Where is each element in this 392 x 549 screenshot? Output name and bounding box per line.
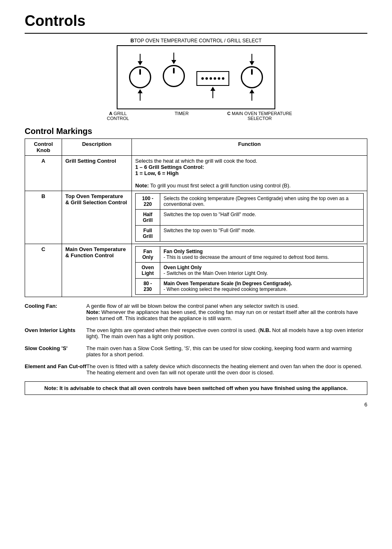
desc-b: Top Oven Temperature & Grill Selection C…	[62, 191, 132, 244]
diagram-top-label: TOP OVEN TEMPERATURE CONTROL / GRILL SEL…	[134, 38, 261, 44]
page-number: 6	[25, 401, 367, 408]
col-header-knob: Control Knob	[25, 139, 62, 156]
diagram-b-bold: B	[131, 38, 134, 44]
controls-diagram: BTOP OVEN TEMPERATURE CONTROL / GRILL SE…	[25, 38, 367, 121]
extra-slow-cooking: Slow Cooking 'S' The main oven has a Slo…	[25, 345, 367, 358]
page-title: Controls	[25, 12, 367, 34]
func-c: Fan Only Fan Only Setting- This is used …	[132, 244, 367, 297]
desc-c: Main Oven Temperature & Function Control	[62, 244, 132, 297]
sub-row-b1: 100 - 220 Selects the cooking temperatur…	[136, 194, 364, 210]
label-a: A GRILL CONTROL	[99, 111, 136, 121]
knob-label-a: A	[25, 156, 62, 191]
control-markings-table: Control Knob Description Function A Gril…	[25, 138, 367, 297]
control-markings-title: Control Markings	[25, 127, 367, 136]
sub-row-c1: Fan Only Fan Only Setting- This is used …	[136, 247, 364, 263]
extra-sections: Cooling Fan: A gentle flow of air will b…	[25, 303, 367, 376]
knob-label-b: B	[25, 191, 62, 244]
col-header-func: Function	[132, 139, 367, 156]
knob-a-wrapper	[129, 54, 151, 101]
func-a: Selects the heat at which the grill will…	[132, 156, 367, 191]
slow-cooking-label: Slow Cooking 'S'	[25, 345, 86, 351]
slow-cooking-content: The main oven has a Slow Cook Setting, '…	[86, 345, 367, 358]
knob-a	[129, 66, 151, 88]
extra-cooling-fan: Cooling Fan: A gentle flow of air will b…	[25, 303, 367, 321]
knob-b	[163, 65, 185, 87]
knob-b-wrapper	[163, 53, 185, 102]
sub-row-c3: 80 - 230 Main Oven Temperature Scale (In…	[136, 279, 364, 295]
func-b: 100 - 220 Selects the cooking temperatur…	[132, 191, 367, 244]
sub-row-b3: Full Grill Switches the top oven to "Ful…	[136, 226, 364, 242]
oven-lights-label: Oven Interior Lights	[25, 327, 86, 333]
timer-display	[196, 71, 229, 86]
cooling-fan-content: A gentle flow of air will be blown below…	[86, 303, 367, 321]
desc-a: Grill Setting Control	[62, 156, 132, 191]
extra-element-fan: Element and Fan Cut-off The oven is fitt…	[25, 363, 367, 376]
oven-lights-content: The oven lights are operated when their …	[86, 327, 367, 339]
table-row-b: B Top Oven Temperature & Grill Selection…	[25, 191, 367, 244]
extra-oven-lights: Oven Interior Lights The oven lights are…	[25, 327, 367, 339]
col-header-desc: Description	[62, 139, 132, 156]
footer-note-box: Note: It is advisable to check that all …	[25, 381, 367, 395]
knob-c	[241, 66, 263, 88]
label-c: C MAIN OVEN TEMPERATURE SELECTOR	[227, 111, 293, 121]
sub-row-b2: Half Grill Switches the top oven to "Hal…	[136, 210, 364, 226]
element-fan-label: Element and Fan Cut-off	[25, 363, 86, 369]
timer-section	[196, 56, 229, 98]
label-timer: TIMER	[165, 111, 198, 116]
table-row-c: C Main Oven Temperature & Function Contr…	[25, 244, 367, 297]
knob-label-c: C	[25, 244, 62, 297]
cooling-fan-label: Cooling Fan:	[25, 303, 86, 309]
knob-c-wrapper	[241, 54, 263, 101]
element-fan-content: The oven is fitted with a safety device …	[86, 363, 367, 376]
table-row-a: A Grill Setting Control Selects the heat…	[25, 156, 367, 191]
sub-row-c2: Oven Light Oven Light Only- Switches on …	[136, 263, 364, 279]
footer-note-text: Note: It is advisable to check that all …	[44, 385, 348, 391]
